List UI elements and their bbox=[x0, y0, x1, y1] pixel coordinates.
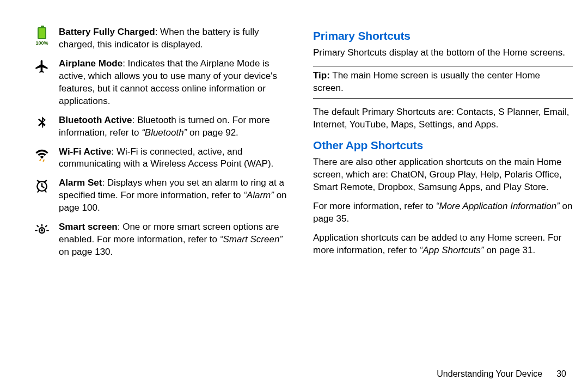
page-body: 100% Battery Fully Charged: When the bat… bbox=[33, 26, 573, 265]
entry-text: Battery Fully Charged: When the battery … bbox=[59, 26, 292, 51]
primary-defaults: The default Primary Shortcuts are: Conta… bbox=[313, 106, 573, 131]
airplane-icon bbox=[33, 58, 51, 74]
entry-alarm: Alarm Set: Displays when you set an alar… bbox=[33, 177, 292, 215]
ref: “More Application Information” bbox=[436, 201, 560, 211]
ref: “Bluetooth” bbox=[142, 127, 187, 138]
text: For more information, refer to bbox=[313, 201, 436, 211]
entry-airplane: Airplane Mode: Indicates that the Airpla… bbox=[33, 58, 292, 108]
primary-intro: Primary Shortcuts display at the bottom … bbox=[313, 47, 573, 59]
other-more-info: For more information, refer to “More App… bbox=[313, 200, 573, 225]
desc: on page 130. bbox=[59, 247, 113, 257]
tip-text: The main Home screen is usually the cent… bbox=[313, 70, 540, 93]
heading-primary-shortcuts: Primary Shortcuts bbox=[313, 28, 573, 44]
left-column: 100% Battery Fully Charged: When the bat… bbox=[33, 26, 292, 265]
term: Wi-Fi Active bbox=[59, 146, 112, 157]
ref: “Alarm” bbox=[243, 190, 274, 200]
right-column: Primary Shortcuts Primary Shortcuts disp… bbox=[313, 26, 573, 265]
svg-point-2 bbox=[41, 229, 43, 231]
footer-section: Understanding Your Device bbox=[437, 368, 542, 380]
entry-text: Bluetooth Active: Bluetooth is turned on… bbox=[59, 114, 292, 139]
other-intro: There are also other application shortcu… bbox=[313, 156, 573, 194]
entry-text: Smart screen: One or more smart screen o… bbox=[59, 221, 292, 259]
alarm-icon bbox=[33, 177, 51, 193]
desc: on page 92. bbox=[187, 127, 238, 138]
heading-other-shortcuts: Other App Shortcuts bbox=[313, 138, 573, 153]
entry-wifi: Wi-Fi Active: Wi-Fi is connected, active… bbox=[33, 146, 292, 171]
footer-page-number: 30 bbox=[556, 368, 566, 380]
ref: “App Shortcuts” bbox=[420, 245, 484, 255]
term: Airplane Mode bbox=[59, 58, 122, 69]
wifi-icon bbox=[33, 146, 51, 162]
other-add-info: Application shortcuts can be added to an… bbox=[313, 232, 573, 257]
entry-battery: 100% Battery Fully Charged: When the bat… bbox=[33, 26, 292, 51]
entry-smart-screen: Smart screen: One or more smart screen o… bbox=[33, 221, 292, 259]
bluetooth-icon bbox=[33, 114, 51, 131]
page-footer: Understanding Your Device 30 bbox=[437, 368, 566, 380]
entry-bluetooth: Bluetooth Active: Bluetooth is turned on… bbox=[33, 114, 292, 139]
text: on page 31. bbox=[484, 245, 536, 255]
battery-icon: 100% bbox=[33, 26, 51, 46]
entry-text: Wi-Fi Active: Wi-Fi is connected, active… bbox=[59, 146, 292, 171]
term: Alarm Set bbox=[59, 177, 102, 188]
tip-label: Tip: bbox=[313, 70, 330, 81]
entry-text: Alarm Set: Displays when you set an alar… bbox=[59, 177, 292, 215]
tip-box: Tip: The main Home screen is usually the… bbox=[313, 66, 573, 99]
term: Smart screen bbox=[59, 222, 118, 232]
ref: “Smart Screen” bbox=[220, 234, 283, 244]
entry-text: Airplane Mode: Indicates that the Airpla… bbox=[59, 58, 292, 108]
battery-percent: 100% bbox=[35, 40, 48, 46]
term: Bluetooth Active bbox=[59, 115, 132, 125]
smart-screen-icon bbox=[33, 221, 51, 237]
term: Battery Fully Charged bbox=[59, 27, 155, 37]
